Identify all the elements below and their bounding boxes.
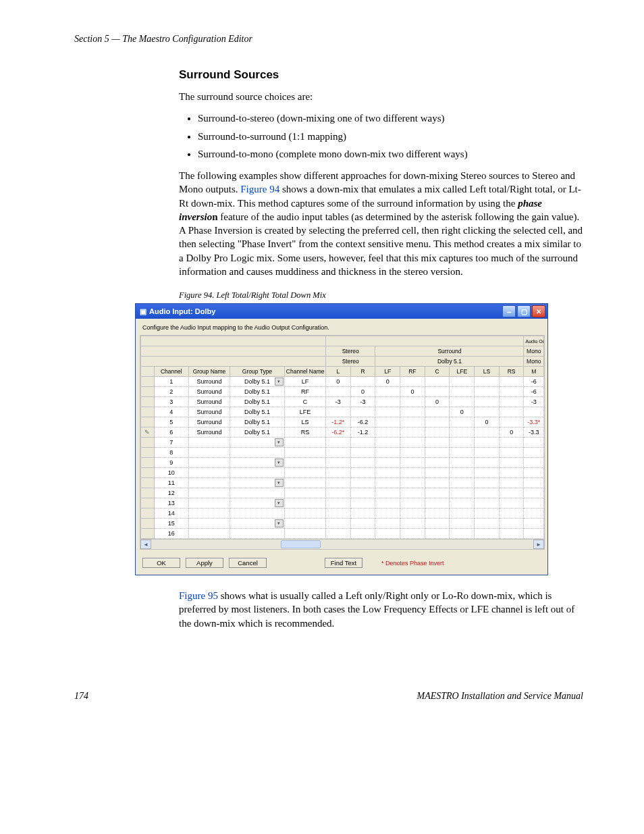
dropdown-arrow-icon[interactable]: ▾ <box>275 377 284 386</box>
row-header <box>141 417 155 427</box>
table-row[interactable]: 4SurroundDolby 5.1LFE0 <box>141 407 544 417</box>
close-button[interactable]: ✕ <box>532 305 545 317</box>
table-row[interactable]: 7▾ <box>141 438 544 448</box>
scroll-thumb[interactable] <box>281 540 321 548</box>
table-row[interactable]: 10 <box>141 468 544 478</box>
scroll-left-arrow[interactable]: ◄ <box>140 540 151 549</box>
table-row[interactable]: 8 <box>141 448 544 458</box>
table-row[interactable]: 12 <box>141 488 544 498</box>
page-number: 174 <box>74 691 88 702</box>
table-row[interactable]: 5SurroundDolby 5.1LS-1.2*-6.20-3.3* <box>141 417 544 427</box>
table-row[interactable]: 2SurroundDolby 5.1RF00-6 <box>141 387 544 397</box>
ok-button[interactable]: OK <box>142 558 180 568</box>
row-header <box>141 468 155 478</box>
figure-link-95[interactable]: Figure 95 <box>179 590 218 601</box>
table-row[interactable]: 15▾ <box>141 519 544 529</box>
dropdown-arrow-icon[interactable]: ▾ <box>275 499 284 507</box>
figure-link-94[interactable]: Figure 94 <box>240 184 279 194</box>
instruction-text: Configure the Audio Input mapping to the… <box>142 324 545 331</box>
table-row[interactable]: 3SurroundDolby 5.1C-3-30-3 <box>141 397 544 407</box>
intro-text: The surround source choices are: <box>179 90 583 103</box>
cancel-button[interactable]: Cancel <box>229 558 267 568</box>
figure-caption: Figure 94. Left Total/Right Total Down M… <box>179 290 583 301</box>
row-header <box>141 397 155 407</box>
table-row[interactable]: 1SurroundDolby 5.1▾LF00-6 <box>141 377 544 387</box>
grid[interactable]: Audio Output Configuration Stereo Surrou… <box>140 335 545 550</box>
dropdown-arrow-icon[interactable]: ▾ <box>275 519 284 527</box>
table-row[interactable]: 9▾ <box>141 458 544 468</box>
subheading: Surround Sources <box>179 68 583 82</box>
list-item: Surround-to-surround (1:1 mapping) <box>198 130 583 143</box>
app-icon: ▣ <box>140 307 146 316</box>
dropdown-arrow-icon[interactable]: ▾ <box>275 438 284 446</box>
paragraph-after-figure: Figure 95 shows what is usually called a… <box>179 589 583 630</box>
horizontal-scrollbar[interactable]: ◄ ► <box>140 539 544 549</box>
row-header <box>141 498 155 509</box>
table-row[interactable]: 14 <box>141 509 544 519</box>
row-header: ✎ <box>141 427 155 438</box>
table-row[interactable]: 11▾ <box>141 478 544 488</box>
row-header <box>141 478 155 488</box>
window-title: Audio Input: Dolby <box>149 307 215 315</box>
row-header <box>141 387 155 397</box>
list-item: Surround-to-stereo (down-mixing one of t… <box>198 111 583 125</box>
list-item: Surround-to-mono (complete mono down-mix… <box>198 147 583 161</box>
dropdown-arrow-icon[interactable]: ▾ <box>275 479 284 487</box>
row-header <box>141 377 155 387</box>
table-row[interactable]: ✎6SurroundDolby 5.1RS-6.2*-1.20-3.3 <box>141 427 544 438</box>
dropdown-arrow-icon[interactable]: ▾ <box>275 459 284 467</box>
row-header <box>141 448 155 458</box>
find-text-button[interactable]: Find Text <box>325 558 363 568</box>
row-header <box>141 529 155 539</box>
section-header: Section 5 — The Maestro Configuration Ed… <box>74 34 583 45</box>
table-row[interactable]: 13▾ <box>141 498 544 509</box>
minimize-button[interactable]: ‒ <box>502 305 516 317</box>
apply-button[interactable]: Apply <box>186 558 223 568</box>
scroll-right-arrow[interactable]: ► <box>533 540 544 549</box>
titlebar: ▣ Audio Input: Dolby ‒ ▢ ✕ <box>136 304 547 319</box>
maximize-button[interactable]: ▢ <box>517 305 531 317</box>
phase-invert-note: * Denotes Phase Invert <box>381 560 444 567</box>
row-header <box>141 519 155 529</box>
bullet-list: Surround-to-stereo (down-mixing one of t… <box>179 111 583 161</box>
row-header <box>141 458 155 468</box>
table-row[interactable]: 16 <box>141 529 544 539</box>
paragraph: The following examples show different ap… <box>179 169 583 278</box>
manual-title: MAESTRO Installation and Service Manual <box>417 691 583 702</box>
row-header <box>141 488 155 498</box>
app-window: ▣ Audio Input: Dolby ‒ ▢ ✕ Configure the… <box>135 303 548 575</box>
row-header <box>141 407 155 417</box>
header-output-config: Audio Output Configuration <box>524 336 544 346</box>
row-header <box>141 509 155 519</box>
row-header <box>141 438 155 448</box>
